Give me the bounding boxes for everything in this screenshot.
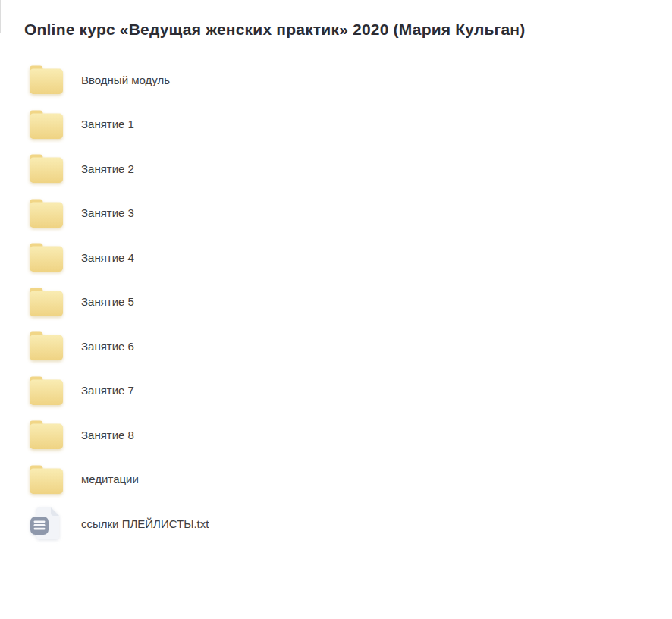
item-label[interactable]: Занятие 1 [81, 117, 134, 131]
list-item[interactable]: Занятие 5 [24, 280, 347, 325]
list-item[interactable]: Занятие 6 [24, 324, 347, 369]
list-item[interactable]: Занятие 3 [24, 191, 347, 236]
item-icon-wrap [29, 151, 64, 186]
item-label[interactable]: Занятие 2 [81, 162, 134, 176]
item-label[interactable]: Занятие 6 [81, 339, 134, 353]
folder-icon [29, 198, 64, 228]
page-title: Online курс «Ведущая женских практик» 20… [24, 0, 672, 39]
list-item[interactable]: Занятие 4 [24, 235, 347, 280]
item-label[interactable]: Занятие 7 [81, 383, 134, 397]
folder-icon [29, 287, 64, 317]
folder-icon [29, 242, 64, 272]
item-icon-wrap [29, 240, 64, 275]
folder-icon [29, 375, 64, 406]
item-icon-wrap [29, 107, 64, 142]
item-label[interactable]: Занятие 8 [81, 428, 134, 442]
folder-icon [29, 419, 64, 450]
item-label[interactable]: Занятие 4 [81, 250, 134, 265]
item-icon-wrap [29, 506, 64, 541]
list-item[interactable]: Вводный модуль [24, 58, 347, 102]
list-item[interactable]: Занятие 7 [24, 369, 347, 413]
folder-icon [29, 331, 64, 361]
item-icon-wrap [29, 284, 64, 319]
list-item[interactable]: ссылки ПЛЕЙЛИСТЫ.txt [24, 501, 347, 546]
list-item[interactable]: Занятие 2 [24, 146, 347, 191]
folder-icon [29, 64, 64, 95]
item-icon-wrap [29, 417, 64, 452]
item-icon-wrap [29, 462, 64, 497]
folder-icon [29, 109, 64, 140]
list-item[interactable]: Занятие 8 [24, 413, 347, 457]
item-icon-wrap [29, 196, 64, 231]
item-icon-wrap [29, 328, 64, 363]
item-icon-wrap [29, 373, 64, 408]
folder-icon [29, 464, 64, 495]
item-icon-wrap [29, 62, 64, 97]
text-file-icon [29, 506, 64, 541]
item-label[interactable]: Вводный модуль [81, 73, 170, 87]
item-label[interactable]: медитации [81, 472, 139, 486]
file-list: Вводный модуль Занятие 1 [24, 58, 672, 546]
folder-icon [29, 153, 64, 184]
item-label[interactable]: Занятие 5 [81, 294, 134, 309]
item-label[interactable]: Занятие 3 [81, 206, 134, 220]
list-item[interactable]: медитации [24, 457, 347, 502]
public-folder-page: Online курс «Ведущая женских практик» 20… [0, 0, 672, 546]
item-label[interactable]: ссылки ПЛЕЙЛИСТЫ.txt [81, 517, 209, 531]
list-item[interactable]: Занятие 1 [24, 102, 347, 147]
